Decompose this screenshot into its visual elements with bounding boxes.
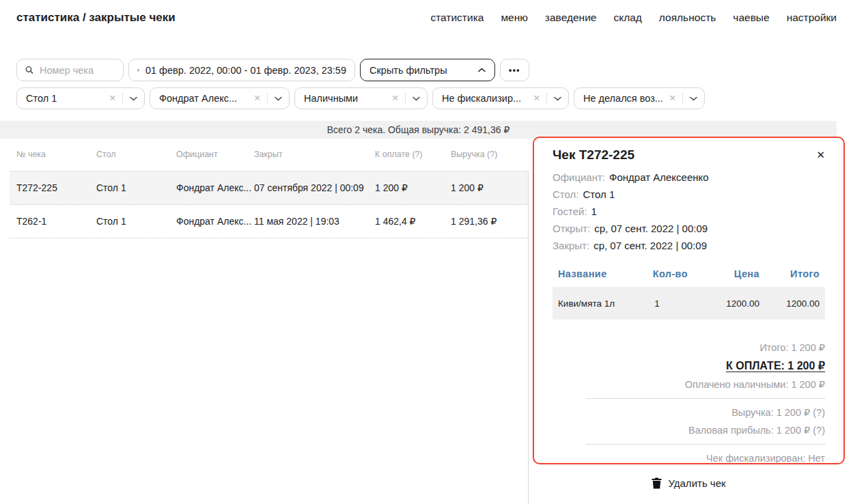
table-row[interactable]: T272-225 Стол 1 Фондрат Алекс... 07 сент… <box>10 171 528 205</box>
field-table: Стол: Стол 1 <box>553 186 825 203</box>
filter-chip-waiter[interactable]: Фондрат Алекс... ✕ <box>150 87 290 109</box>
check-totals: Итого: 1 200 ₽ К ОПЛАТЕ: 1 200 ₽ Оплачен… <box>553 339 825 467</box>
filter-chip-refund[interactable]: Не делался воз... ✕ <box>574 87 705 109</box>
total-subtotal: Итого: 1 200 ₽ <box>553 339 825 356</box>
search-input[interactable] <box>40 65 115 76</box>
total-payable: К ОПЛАТЕ: 1 200 ₽ <box>553 356 825 376</box>
cell-waiter: Фондрат Алекс... <box>176 216 251 227</box>
chevron-down-icon[interactable] <box>275 96 282 101</box>
checks-table-header: № чека Стол Официант Закрыт К оплате (?)… <box>10 150 528 162</box>
top-bar: статистика / закрытые чеки статистика ме… <box>16 11 837 25</box>
panel-divider <box>528 171 529 504</box>
delete-check-button[interactable]: Удалить чек <box>533 477 845 489</box>
remove-filter-icon[interactable]: ✕ <box>669 94 676 103</box>
chip-label: Фондрат Алекс... <box>159 93 250 104</box>
totals-divider <box>586 444 825 445</box>
chip-divider <box>682 93 683 104</box>
remove-filter-icon[interactable]: ✕ <box>254 94 261 103</box>
search-icon <box>25 64 33 76</box>
filter-toolbar: 01 февр. 2022, 00:00 - 01 февр. 2023, 23… <box>16 59 529 81</box>
nav-menu[interactable]: меню <box>501 12 527 24</box>
cell-waiter: Фондрат Алекс... <box>176 182 251 193</box>
chip-divider <box>122 93 123 104</box>
trash-icon <box>652 477 662 489</box>
col-closed: Закрыт <box>254 150 283 159</box>
field-label: Открыт: <box>553 223 590 234</box>
panel-title: Чек T272-225 <box>553 148 634 163</box>
summary-text: Всего 2 чека. Общая выручка: 2 491,36 ₽ <box>327 124 510 135</box>
cell-closed: 11 мая 2022 | 19:03 <box>254 216 339 227</box>
cell-revenue: 1 200 ₽ <box>451 182 484 193</box>
chevron-down-icon[interactable] <box>554 96 561 101</box>
items-col-total: Итого <box>759 268 820 279</box>
field-closed: Закрыт: ср, 07 сент. 2022 | 00:09 <box>553 237 825 254</box>
items-header: Название Кол-во Цена Итого <box>553 268 825 279</box>
cell-check-no: T272-225 <box>16 182 57 193</box>
field-label: Гостей: <box>553 206 587 217</box>
cell-revenue: 1 291,36 ₽ <box>451 216 497 227</box>
filter-chip-payment[interactable]: Наличными ✕ <box>294 87 428 109</box>
col-check-no: № чека <box>16 150 46 159</box>
checks-table: T272-225 Стол 1 Фондрат Алекс... 07 сент… <box>10 171 528 238</box>
total-paid-cash: Оплачено наличными: 1 200 ₽ <box>553 376 825 393</box>
nav-warehouse[interactable]: склад <box>613 12 641 24</box>
fiscalized-status: Чек фискализирован: Нет <box>553 449 825 467</box>
chevron-down-icon[interactable] <box>413 96 420 101</box>
col-table: Стол <box>96 150 116 159</box>
close-icon[interactable]: ✕ <box>816 150 825 160</box>
item-row: Киви/мята 1л 1 1200.00 1200.00 <box>553 287 825 320</box>
date-range-value: 01 февр. 2022, 00:00 - 01 февр. 2023, 23… <box>145 65 346 76</box>
item-total: 1200.00 <box>759 298 820 309</box>
nav-tips[interactable]: чаевые <box>733 12 769 24</box>
filter-chip-fiscalized[interactable]: Не фискализир... ✕ <box>432 87 569 109</box>
field-waiter: Официант: Фондрат Алексеенко <box>553 169 825 186</box>
col-payable: К оплате (?) <box>375 150 423 159</box>
totals-divider <box>586 398 825 399</box>
remove-filter-icon[interactable]: ✕ <box>533 94 540 103</box>
check-items-table: Название Кол-во Цена Итого Киви/мята 1л … <box>553 268 825 320</box>
nav-settings[interactable]: настройки <box>787 12 837 24</box>
remove-filter-icon[interactable]: ✕ <box>109 94 116 103</box>
more-options-icon: ••• <box>509 66 520 75</box>
filter-chip-table[interactable]: Стол 1 ✕ <box>16 87 145 109</box>
field-value: Фондрат Алексеенко <box>609 171 709 183</box>
chip-divider <box>267 93 268 104</box>
items-col-name: Название <box>558 268 626 279</box>
col-waiter: Официант <box>176 150 218 159</box>
table-row[interactable]: T262-1 Стол 1 Фондрат Алекс... 11 мая 20… <box>10 205 528 238</box>
field-value: 1 <box>591 206 597 217</box>
nav-statistics[interactable]: статистика <box>430 12 484 24</box>
cell-closed: 07 сентября 2022 | 00:09 <box>254 182 364 193</box>
field-opened: Открыт: ср, 07 сент. 2022 | 00:09 <box>553 220 825 237</box>
items-col-qty: Кол-во <box>626 268 688 279</box>
chip-label: Не делался воз... <box>583 93 665 104</box>
field-value: Стол 1 <box>583 188 615 200</box>
field-label: Закрыт: <box>553 240 589 251</box>
cell-table: Стол 1 <box>96 182 126 193</box>
calendar-icon <box>137 65 139 76</box>
chip-label: Наличными <box>304 93 388 104</box>
check-detail-panel: Чек T272-225 ✕ Официант: Фондрат Алексее… <box>533 137 845 464</box>
hide-filters-label: Скрыть фильтры <box>369 65 447 76</box>
date-range-picker[interactable]: 01 февр. 2022, 00:00 - 01 февр. 2023, 23… <box>128 59 355 81</box>
col-revenue: Выручка (?) <box>451 150 497 159</box>
chevron-down-icon[interactable] <box>130 96 137 101</box>
chip-divider <box>405 93 406 104</box>
main-nav: статистика меню заведение склад лояльнос… <box>430 12 837 24</box>
field-label: Стол: <box>553 188 578 200</box>
chip-label: Не фискализир... <box>442 93 529 104</box>
nav-venue[interactable]: заведение <box>545 12 597 24</box>
hide-filters-button[interactable]: Скрыть фильтры <box>360 59 495 81</box>
panel-header: Чек T272-225 ✕ <box>553 148 825 163</box>
filter-chips: Стол 1 ✕ Фондрат Алекс... ✕ Наличными ✕ … <box>16 87 705 109</box>
more-options-button[interactable]: ••• <box>500 59 529 81</box>
item-price: 1200.00 <box>688 298 759 309</box>
chevron-down-icon[interactable] <box>690 96 697 101</box>
remove-filter-icon[interactable]: ✕ <box>392 94 399 103</box>
cell-payable: 1 462,4 ₽ <box>375 216 416 227</box>
delete-check-label: Удалить чек <box>668 477 725 489</box>
nav-loyalty[interactable]: лояльность <box>659 12 716 24</box>
breadcrumb: статистика / закрытые чеки <box>16 11 176 25</box>
check-number-search[interactable] <box>16 59 124 81</box>
chip-label: Стол 1 <box>26 93 105 104</box>
